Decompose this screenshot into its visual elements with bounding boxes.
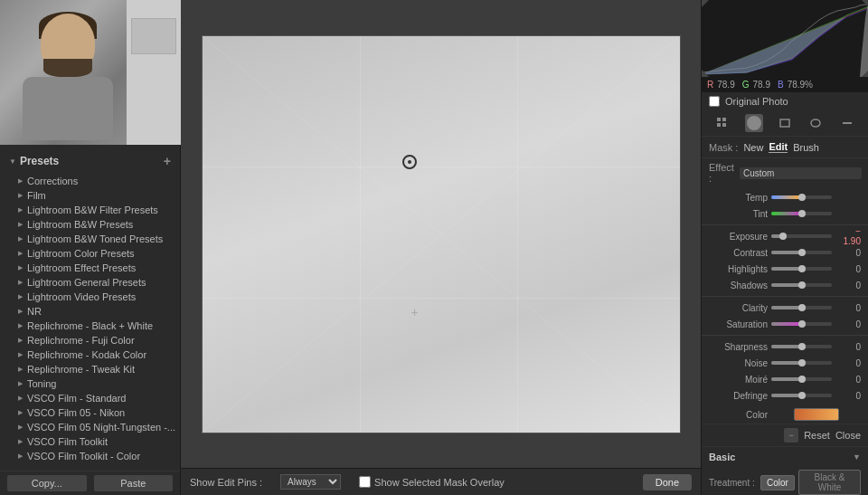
tool-oval-icon[interactable] bbox=[807, 114, 825, 132]
preset-group-item[interactable]: ▶Replichrome - Fuji Color bbox=[0, 333, 180, 347]
basic-section-header[interactable]: Basic ▼ bbox=[702, 447, 868, 467]
preset-triangle-icon: ▶ bbox=[18, 206, 23, 214]
effect-value-input[interactable] bbox=[740, 167, 862, 179]
preset-group-item[interactable]: ▶Lightroom Video Presets bbox=[0, 290, 180, 304]
noise-slider-track[interactable] bbox=[771, 361, 832, 365]
sharpness-slider-track[interactable] bbox=[771, 345, 832, 348]
preset-group-item[interactable]: ▶Replichrome - Black + White bbox=[0, 319, 180, 333]
preset-group-item[interactable]: ▶Lightroom Color Presets bbox=[0, 246, 180, 261]
saturation-slider-track[interactable] bbox=[771, 322, 832, 326]
tint-slider-track[interactable] bbox=[771, 212, 832, 215]
color-swatch-container bbox=[771, 408, 861, 421]
canvas-area[interactable]: + bbox=[181, 0, 701, 468]
contrast-slider-value: 0 bbox=[835, 248, 861, 258]
preset-group-item[interactable]: ▶VSCO Film 05 Night-Tungsten -... bbox=[0, 420, 180, 434]
histogram-svg bbox=[702, 0, 868, 77]
bg-shelf bbox=[131, 18, 176, 54]
temp-slider-track[interactable] bbox=[771, 195, 832, 199]
shadows-slider-track[interactable] bbox=[771, 283, 832, 287]
preset-group-item[interactable]: ▶Replichrome - Kodak Color bbox=[0, 347, 180, 362]
preset-group-item[interactable]: ▶Lightroom B&W Presets bbox=[0, 217, 180, 232]
mask-row: Mask : New Edit Brush bbox=[702, 137, 868, 158]
shadows-slider-row: Shadows 0 bbox=[702, 277, 868, 293]
moire-slider-track[interactable] bbox=[771, 377, 832, 381]
thumbnail bbox=[0, 0, 181, 145]
defringe-slider-value: 0 bbox=[835, 391, 861, 401]
highlights-slider-track[interactable] bbox=[771, 267, 832, 271]
mask-edit-button[interactable]: Edit bbox=[769, 141, 788, 153]
preset-group-item[interactable]: ▶VSCO Film Toolkit bbox=[0, 434, 180, 449]
temp-slider-row: Temp bbox=[702, 189, 868, 205]
svg-rect-11 bbox=[780, 119, 789, 127]
preset-group-item[interactable]: ▶VSCO Film - Standard bbox=[0, 391, 180, 405]
clarity-slider-value: 0 bbox=[835, 303, 861, 313]
preset-group-item[interactable]: ▶Corrections bbox=[0, 174, 180, 188]
bw-treatment-button[interactable]: Black & White bbox=[798, 470, 861, 495]
tool-icons-row bbox=[702, 110, 868, 137]
sliders-section: Temp Tint Exposure bbox=[702, 187, 868, 405]
copy-button[interactable]: Copy... bbox=[7, 475, 87, 491]
presets-header[interactable]: ▼ Presets + bbox=[0, 148, 180, 174]
preset-group-item[interactable]: ▶Lightroom Effect Presets bbox=[0, 261, 180, 275]
tint-label: Tint bbox=[709, 209, 768, 219]
svg-rect-8 bbox=[722, 118, 726, 121]
crosshair-icon: + bbox=[408, 305, 422, 319]
close-button[interactable]: Close bbox=[835, 430, 861, 441]
exposure-slider-track[interactable] bbox=[771, 234, 832, 238]
defringe-slider-track[interactable] bbox=[771, 394, 832, 397]
tool-grid-icon[interactable] bbox=[713, 114, 731, 132]
highlights-slider-thumb bbox=[798, 265, 806, 272]
clarity-slider-fill bbox=[771, 306, 802, 309]
tool-circle-shape bbox=[747, 116, 761, 130]
original-photo-row[interactable]: Original Photo bbox=[702, 92, 868, 110]
preset-group-item[interactable]: ▶Lightroom B&W Filter Presets bbox=[0, 203, 180, 217]
saturation-slider-fill bbox=[771, 322, 802, 326]
preset-group-item[interactable]: ▶VSCO Film Toolkit - Color bbox=[0, 449, 180, 463]
person-beard bbox=[43, 59, 92, 77]
exposure-slider-value: − 1.90 bbox=[835, 226, 861, 246]
mask-overlay-label[interactable]: Show Selected Mask Overlay bbox=[359, 476, 505, 488]
preset-triangle-icon: ▶ bbox=[18, 221, 23, 228]
contrast-slider-row: Contrast 0 bbox=[702, 244, 868, 261]
paste-button[interactable]: Paste bbox=[94, 475, 174, 491]
mask-label: Mask : bbox=[709, 142, 738, 153]
shadows-slider-thumb bbox=[798, 281, 806, 289]
target-inner bbox=[408, 160, 411, 164]
contrast-slider-fill bbox=[771, 251, 802, 254]
preset-group-item[interactable]: ▶Replichrome - Tweak Kit bbox=[0, 362, 180, 376]
svg-rect-10 bbox=[722, 123, 726, 127]
preset-group-item[interactable]: ▶Lightroom B&W Toned Presets bbox=[0, 232, 180, 246]
diagonal-line bbox=[203, 36, 680, 433]
mask-brush-button[interactable]: Brush bbox=[793, 142, 819, 153]
tool-circle-icon[interactable] bbox=[745, 114, 763, 132]
tool-minus-icon[interactable] bbox=[838, 114, 856, 132]
preset-triangle-icon: ▶ bbox=[18, 235, 23, 243]
reset-button[interactable]: Reset bbox=[804, 430, 830, 441]
color-swatch[interactable] bbox=[794, 408, 839, 421]
preset-triangle-icon: ▶ bbox=[18, 452, 23, 460]
mask-overlay-checkbox[interactable] bbox=[359, 476, 371, 488]
preset-triangle-icon: ▶ bbox=[18, 351, 23, 358]
clarity-slider-track[interactable] bbox=[771, 306, 832, 309]
image-canvas[interactable]: + bbox=[202, 35, 681, 433]
saturation-slider-value: 0 bbox=[835, 319, 861, 329]
tool-rect-icon[interactable] bbox=[776, 114, 794, 132]
preset-group-item[interactable]: ▶Lightroom General Presets bbox=[0, 275, 180, 290]
preset-triangle-icon: ▶ bbox=[18, 279, 23, 286]
done-button[interactable]: Done bbox=[643, 474, 692, 490]
sharpness-slider-value: 0 bbox=[835, 342, 861, 352]
original-photo-checkbox[interactable] bbox=[709, 96, 720, 107]
preset-group-item[interactable]: ▶Film bbox=[0, 188, 180, 203]
preset-group-item[interactable]: ▶VSCO Film 05 - Nikon bbox=[0, 405, 180, 420]
preset-group-item[interactable]: ▶Toning bbox=[0, 376, 180, 391]
preset-triangle-icon: ▶ bbox=[18, 293, 23, 300]
preset-group-item[interactable]: ▶NR bbox=[0, 304, 180, 319]
mask-new-button[interactable]: New bbox=[743, 142, 763, 153]
add-preset-icon[interactable]: + bbox=[164, 154, 171, 168]
color-treatment-button[interactable]: Color bbox=[760, 475, 795, 490]
rgb-b-label: B bbox=[778, 80, 784, 90]
preset-triangle-icon: ▶ bbox=[18, 308, 23, 315]
panel-collapse-button[interactable]: − bbox=[784, 428, 798, 443]
contrast-slider-track[interactable] bbox=[771, 251, 832, 254]
edit-pins-select[interactable]: Always Never Auto Selected bbox=[280, 474, 341, 490]
